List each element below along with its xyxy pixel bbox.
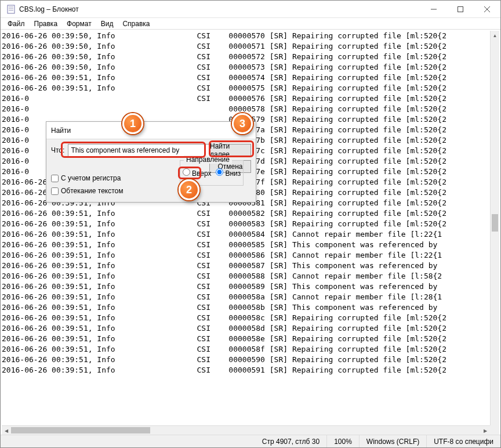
scroll-right-arrow-icon[interactable]: ▶ [481,426,490,435]
text-line: 2016-06-26 00:39:51, Info CSI 00000588 [… [2,271,490,281]
find-title-bar: Найти [46,122,256,139]
text-line: 2016-06-26 00:39:51, Info CSI 00000583 [… [2,219,490,229]
text-line: 2016-06-26 00:39:50, Info CSI 00000573 [… [2,62,490,73]
match-case-option[interactable]: С учетом регистра [51,174,123,182]
scroll-left-arrow-icon[interactable]: ◀ [2,426,11,435]
scroll-corner [490,425,499,435]
svg-rect-0 [8,5,14,13]
maximize-button[interactable] [447,1,474,18]
menu-edit[interactable]: Правка [30,19,63,29]
menu-help[interactable]: Справка [118,19,154,29]
status-bar: Стр 4907, стлб 30 100% Windows (CRLF) UT… [1,435,500,447]
callout-3: 3 [232,113,253,134]
status-zoom: 100% [327,435,360,448]
text-line: 2016-06-26 00:39:50, Info CSI 00000570 [… [2,31,490,41]
text-line: 2016-06-26 00:39:51, Info CSI 0000058f [… [2,344,490,355]
text-line: 2016-06-26 00:39:51, Info CSI 0000058b [… [2,302,490,313]
close-button[interactable] [474,1,500,18]
text-line: 2016-06-26 00:39:51, Info CSI 00000585 [… [2,240,490,250]
menu-view[interactable]: Вид [96,19,118,29]
text-line: 2016-06-26 00:39:51, Info CSI 00000574 [… [2,73,490,83]
status-eol: Windows (CRLF) [360,435,427,448]
menu-bar: Файл Правка Формат Вид Справка [1,18,500,30]
text-line: 2016-06-26 00:39:51, Info CSI 00000589 [… [2,281,490,292]
menu-file[interactable]: Файл [3,19,30,29]
scroll-up-arrow-icon[interactable]: ▲ [491,31,499,40]
find-dialog: Найти Что: Найти далее Отмена Направлени… [46,121,256,203]
svg-rect-5 [458,6,463,12]
text-line: 2016-06-26 00:39:51, Info CSI 00000590 [… [2,355,490,365]
callout-1: 1 [122,113,143,134]
text-area[interactable]: 2016-06-26 00:39:50, Info CSI 00000570 [… [2,31,490,425]
text-line: 2016-06-26 00:39:51, Info CSI 0000058d [… [2,323,490,334]
text-line: 2016-06-26 00:39:51, Info CSI 00000591 [… [2,365,490,375]
direction-label: Направление [184,156,232,164]
vertical-scrollbar[interactable]: ▲ ▼ [490,31,499,435]
text-line: 2016-06-26 00:39:51, Info CSI 00000582 [… [2,208,490,219]
text-line: 2016-0 00000578 [SR] Repairing corrupted… [2,104,490,114]
find-what-label: Что: [51,146,64,154]
direction-down-radio[interactable] [216,168,223,176]
text-line: 2016-0 CSI 00000576 [SR] Repairing corru… [2,93,490,104]
text-line: 2016-06-26 00:39:51, Info CSI 0000058a [… [2,292,490,302]
direction-up-option[interactable]: Вверх [183,168,212,178]
text-line: 2016-06-26 00:39:50, Info CSI 00000572 [… [2,52,490,62]
text-line: 2016-06-26 00:39:51, Info CSI 0000058c [… [2,313,490,323]
wrap-option[interactable]: Обтекание текстом [51,187,123,195]
text-line: 2016-06-26 00:39:51, Info CSI 00000575 [… [2,83,490,93]
minimize-button[interactable] [420,1,447,18]
direction-up-radio[interactable] [183,168,190,176]
direction-down-option[interactable]: Вниз [216,168,241,178]
find-next-button[interactable]: Найти далее [209,144,251,157]
text-line: 2016-06-26 00:39:51, Info CSI 0000058e [… [2,334,490,344]
status-position: Стр 4907, стлб 30 [255,435,327,448]
text-line: 2016-06-26 00:39:51, Info CSI 00000586 [… [2,250,490,261]
text-line: 2016-06-26 00:39:51, Info CSI 00000587 [… [2,261,490,271]
horizontal-scrollbar[interactable]: ◀ ▶ [2,425,490,435]
window-title: CBS.log – Блокнот [19,5,420,13]
callout-2: 2 [179,179,199,200]
menu-format[interactable]: Формат [62,19,96,29]
text-line: 2016-06-26 00:39:50, Info CSI 00000571 [… [2,41,490,52]
match-case-checkbox[interactable] [51,175,59,182]
status-encoding: UTF-8 со специфи [427,435,500,448]
notepad-icon [6,5,16,14]
wrap-checkbox[interactable] [51,187,59,195]
title-bar: CBS.log – Блокнот [1,1,500,18]
text-line: 2016-06-26 00:39:51, Info CSI 00000584 [… [2,229,490,240]
horizontal-scroll-thumb[interactable] [11,427,150,433]
vertical-scroll-thumb[interactable] [492,214,498,232]
